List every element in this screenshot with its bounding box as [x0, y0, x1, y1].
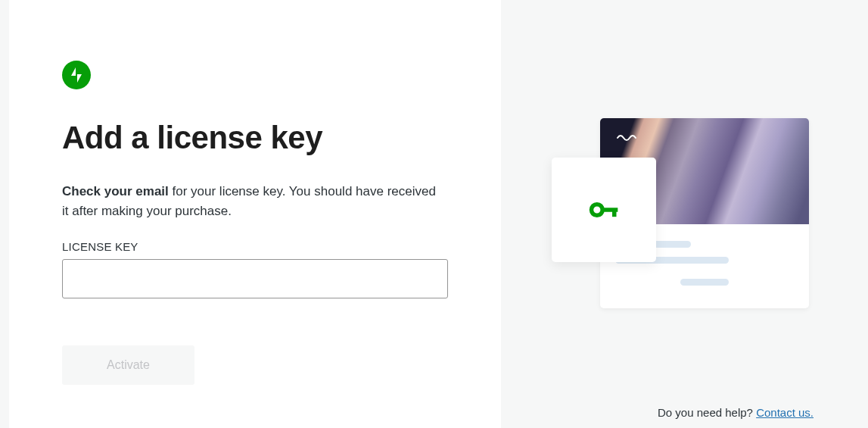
license-form-panel: Add a license key Check your email for y…	[9, 0, 501, 428]
activate-button[interactable]: Activate	[62, 345, 194, 385]
svg-rect-2	[612, 210, 617, 217]
illustration-panel: Do you need help? Contact us.	[501, 0, 859, 428]
squiggle-icon	[617, 132, 638, 141]
contact-us-link[interactable]: Contact us.	[756, 406, 814, 419]
help-row: Do you need help? Contact us.	[658, 406, 814, 419]
illustration-card-front	[552, 158, 656, 262]
placeholder-line	[680, 279, 729, 286]
license-key-label: LICENSE KEY	[62, 240, 448, 253]
instruction-emphasis: Check your email	[62, 184, 169, 198]
key-icon	[587, 193, 621, 226]
instruction-text: Check your email for your license key. Y…	[62, 182, 440, 222]
help-question: Do you need help?	[658, 406, 756, 419]
license-key-input[interactable]	[62, 259, 448, 298]
page-title: Add a license key	[62, 120, 448, 156]
jetpack-logo-icon	[62, 61, 91, 89]
svg-point-0	[591, 205, 602, 216]
